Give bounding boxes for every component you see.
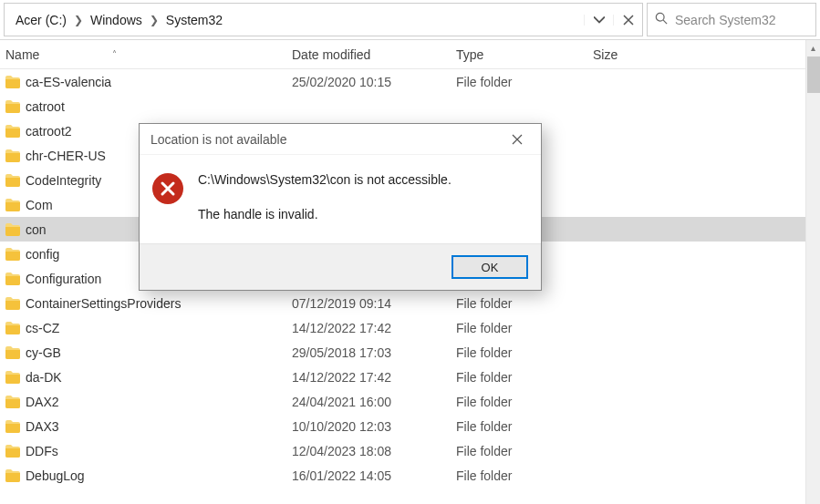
scroll-up-icon[interactable]: ▴: [806, 40, 820, 55]
svg-line-1: [663, 20, 667, 24]
table-row[interactable]: DebugLog16/01/2022 14:05File folder: [0, 463, 820, 488]
search-box[interactable]: [647, 3, 816, 36]
folder-icon: [5, 199, 20, 211]
file-name: con: [26, 222, 47, 237]
table-row[interactable]: DAX224/04/2021 16:00File folder: [0, 389, 820, 414]
file-name: config: [26, 247, 59, 262]
file-type: File folder: [456, 321, 593, 335]
table-row[interactable]: ContainerSettingsProviders07/12/2019 09:…: [0, 291, 820, 315]
table-row[interactable]: ca-ES-valencia25/02/2020 10:15File folde…: [0, 69, 820, 94]
table-row[interactable]: cs-CZ14/12/2022 17:42File folder: [0, 315, 820, 340]
folder-icon: [5, 396, 20, 408]
folder-icon: [5, 149, 20, 162]
chevron-right-icon[interactable]: ❯: [72, 14, 85, 26]
svg-point-0: [656, 13, 664, 21]
breadcrumb-bar[interactable]: Acer (C:) ❯ Windows ❯ System32: [4, 3, 643, 36]
file-date: 24/04/2021 16:00: [292, 395, 456, 409]
folder-icon: [5, 346, 20, 359]
chevron-right-icon[interactable]: ❯: [148, 14, 161, 26]
file-name: da-DK: [26, 370, 62, 385]
folder-icon: [5, 100, 20, 113]
search-icon: [655, 12, 675, 27]
breadcrumb-item[interactable]: System32: [161, 9, 228, 31]
file-name: DebugLog: [26, 468, 85, 483]
folder-icon: [5, 469, 20, 482]
folder-icon: [5, 420, 20, 433]
folder-icon: [5, 371, 20, 384]
folder-icon: [5, 445, 20, 458]
breadcrumb-item[interactable]: Windows: [85, 9, 148, 31]
file-name: DAX3: [26, 419, 59, 434]
file-date: 12/04/2023 18:08: [292, 444, 456, 458]
file-name: Com: [26, 198, 53, 212]
file-date: 14/12/2022 17:42: [292, 321, 456, 335]
vertical-scrollbar[interactable]: ▴: [805, 40, 820, 504]
file-name: CodeIntegrity: [26, 173, 101, 188]
file-type: File folder: [456, 468, 593, 483]
error-dialog: Location is not available C:\Windows\Sys…: [139, 123, 542, 291]
file-date: 14/12/2022 17:42: [292, 370, 456, 385]
folder-icon: [5, 174, 20, 187]
refresh-stop-button[interactable]: [613, 15, 642, 26]
dialog-message-line2: The handle is invalid.: [198, 206, 452, 224]
search-input[interactable]: [675, 13, 808, 27]
column-header-type[interactable]: Type: [456, 47, 593, 62]
table-row[interactable]: DDFs12/04/2023 18:08File folder: [0, 438, 820, 463]
file-date: 29/05/2018 17:03: [292, 345, 456, 360]
file-date: 25/02/2020 10:15: [292, 75, 456, 89]
file-type: File folder: [456, 296, 593, 311]
folder-icon: [5, 248, 20, 261]
file-type: File folder: [456, 419, 593, 434]
file-name: catroot: [26, 99, 65, 114]
dialog-footer: OK: [140, 243, 541, 290]
error-icon: [152, 173, 183, 204]
file-name: Configuration: [26, 272, 101, 286]
folder-icon: [5, 273, 20, 285]
table-row[interactable]: DAX310/10/2020 12:03File folder: [0, 414, 820, 438]
file-name: chr-CHER-US: [26, 149, 106, 163]
file-type: File folder: [456, 444, 593, 458]
table-row[interactable]: da-DK14/12/2022 17:42File folder: [0, 365, 820, 389]
table-row[interactable]: cy-GB29/05/2018 17:03File folder: [0, 340, 820, 365]
file-type: File folder: [456, 75, 593, 89]
file-name: cs-CZ: [26, 321, 59, 335]
scrollbar-thumb[interactable]: [807, 57, 820, 93]
ok-button[interactable]: OK: [452, 255, 528, 279]
breadcrumb-item[interactable]: Acer (C:): [10, 9, 72, 31]
folder-icon: [5, 322, 20, 334]
column-headers: Name ˄ Date modified Type Size: [0, 40, 820, 69]
address-controls: [584, 15, 642, 26]
dialog-body: C:\Windows\System32\con is not accessibl…: [140, 155, 541, 243]
sort-indicator-icon: ˄: [112, 49, 117, 59]
file-date: 10/10/2020 12:03: [292, 419, 456, 434]
file-date: 16/01/2022 14:05: [292, 468, 456, 483]
column-header-date[interactable]: Date modified: [292, 47, 456, 62]
folder-icon: [5, 76, 20, 88]
file-date: 07/12/2019 09:14: [292, 296, 456, 311]
file-type: File folder: [456, 370, 593, 385]
dialog-message-line1: C:\Windows\System32\con is not accessibl…: [198, 171, 452, 190]
dialog-close-button[interactable]: [499, 126, 535, 153]
file-name: ContainerSettingsProviders: [26, 296, 181, 311]
table-row[interactable]: catroot: [0, 94, 820, 118]
column-header-size[interactable]: Size: [593, 47, 820, 62]
address-toolbar: Acer (C:) ❯ Windows ❯ System32: [0, 0, 820, 40]
file-name: DDFs: [26, 444, 58, 458]
file-name: DAX2: [26, 395, 59, 409]
file-name: cy-GB: [26, 345, 61, 360]
column-header-name[interactable]: Name ˄: [0, 47, 292, 62]
breadcrumb: Acer (C:) ❯ Windows ❯ System32: [5, 9, 584, 31]
dialog-titlebar[interactable]: Location is not available: [140, 124, 541, 155]
folder-icon: [5, 223, 20, 236]
dialog-message: C:\Windows\System32\con is not accessibl…: [198, 171, 452, 223]
file-name: catroot2: [26, 124, 72, 139]
folder-icon: [5, 297, 20, 310]
file-name: ca-ES-valencia: [26, 75, 111, 89]
history-dropdown-button[interactable]: [584, 15, 613, 26]
dialog-title: Location is not available: [151, 132, 286, 147]
file-type: File folder: [456, 345, 593, 360]
file-type: File folder: [456, 395, 593, 409]
folder-icon: [5, 125, 20, 138]
